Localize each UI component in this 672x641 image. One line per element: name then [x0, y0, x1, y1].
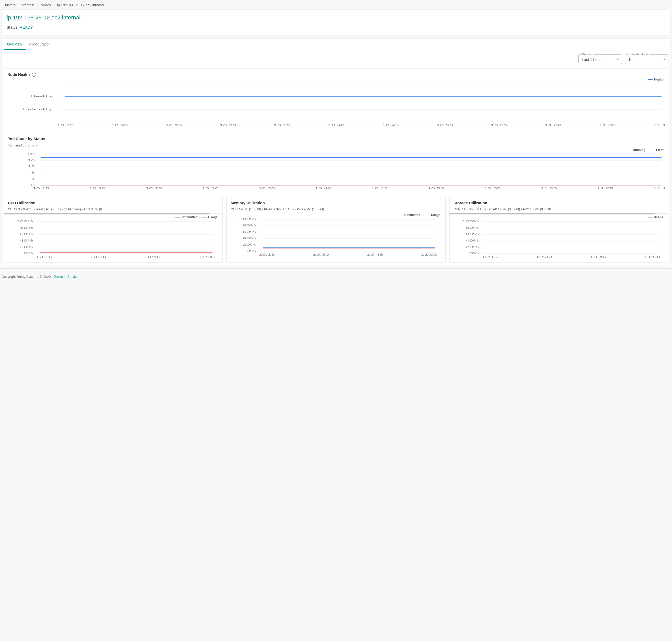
- svg-text:0%: 0%: [246, 249, 256, 253]
- svg-text:100%: 100%: [16, 220, 33, 223]
- svg-text:60%: 60%: [466, 233, 479, 236]
- tab-configuration[interactable]: Configuration: [26, 39, 54, 50]
- pod-count-chart: 048121620 10:1510:2010:2510:3010:3510:40…: [8, 152, 664, 191]
- svg-text:11:10: 11:10: [653, 187, 664, 190]
- info-icon[interactable]: i: [32, 72, 36, 77]
- memory-title: Memory Utilization: [231, 201, 441, 205]
- breadcrumb: Clusters › stagtest › Nodes › ip-192-168…: [1, 2, 671, 10]
- node-health-title: Node Health: [8, 72, 30, 77]
- cpu-card: CPU Utilization CURR 3.2% (0.13 cores) •…: [3, 197, 223, 263]
- svg-text:11:10: 11:10: [653, 124, 664, 127]
- svg-text:0%: 0%: [469, 252, 479, 255]
- svg-text:11:00: 11:00: [540, 187, 557, 190]
- chevron-down-icon: [617, 58, 619, 60]
- svg-text:10:15: 10:15: [32, 187, 49, 190]
- svg-text:10:50: 10:50: [428, 187, 444, 190]
- storage-sub: CURR 17.7% (3.8 GB) • PEAK 17.7% (3.8 GB…: [454, 207, 664, 211]
- svg-text:60%: 60%: [20, 233, 33, 236]
- svg-text:10:15: 10:15: [258, 253, 275, 256]
- svg-text:16: 16: [27, 159, 35, 162]
- legend-mem-committed: Committed: [398, 213, 420, 217]
- duration-label: Duration: [581, 53, 594, 56]
- legend-health: Health: [648, 78, 663, 81]
- cpu-scroll[interactable]: [4, 213, 223, 215]
- svg-text:10:45: 10:45: [371, 187, 388, 190]
- memory-chart: 0%20%40%60%80%100%10:1510:3010:4511:00: [231, 217, 441, 258]
- svg-text:10:40: 10:40: [328, 124, 345, 127]
- svg-text:12: 12: [27, 165, 35, 168]
- svg-text:10:45: 10:45: [367, 253, 384, 256]
- svg-text:10:40: 10:40: [314, 187, 331, 190]
- utilization-row: CPU Utilization CURR 3.2% (0.13 cores) •…: [1, 197, 671, 265]
- svg-text:40%: 40%: [243, 237, 256, 240]
- pod-count-sub: Running 18 • Error 0: [8, 144, 664, 147]
- svg-text:10:30: 10:30: [202, 187, 218, 190]
- pod-count-title: Pod Count by Status: [8, 136, 664, 141]
- chevron-down-icon: [663, 58, 666, 60]
- breadcrumb-clusters[interactable]: Clusters: [2, 3, 16, 7]
- legend-error: Error: [650, 148, 663, 152]
- legend-cpu-committed: Committed: [175, 216, 198, 219]
- svg-text:10:20: 10:20: [89, 187, 106, 190]
- tab-overview[interactable]: Overview: [3, 39, 26, 50]
- duration-value: Last 1 hour: [582, 57, 601, 62]
- svg-text:10:30: 10:30: [536, 255, 552, 258]
- node-status: Status: READY: [6, 25, 666, 29]
- svg-text:10:20: 10:20: [111, 124, 127, 127]
- svg-text:11:05: 11:05: [599, 124, 616, 127]
- svg-text:10:35: 10:35: [258, 187, 275, 190]
- svg-text:100%: 100%: [462, 220, 479, 223]
- svg-text:10:30: 10:30: [219, 124, 236, 127]
- duration-select[interactable]: Duration Last 1 hour: [578, 54, 622, 64]
- storage-scroll[interactable]: [449, 213, 668, 215]
- svg-text:100%: 100%: [239, 218, 256, 221]
- breadcrumb-current: ip-192-168-29-12.ec2.internal: [57, 3, 104, 7]
- svg-text:10:45: 10:45: [590, 255, 606, 258]
- cpu-sub: CURR 3.2% (0.13 cores) • PEAK 3.5% (0.14…: [8, 207, 218, 211]
- svg-text:10:45: 10:45: [144, 255, 161, 258]
- svg-text:80%: 80%: [466, 226, 479, 229]
- svg-text:20%: 20%: [20, 245, 33, 248]
- breadcrumb-cluster-name[interactable]: stagtest: [22, 3, 34, 7]
- legend-running: Running: [627, 148, 645, 152]
- cpu-chart: 0%20%40%60%80%100%10:1510:3010:4511:00: [8, 219, 218, 260]
- svg-text:Unhealthy: Unhealthy: [23, 108, 53, 111]
- svg-text:8: 8: [31, 171, 35, 174]
- svg-text:Healthy: Healthy: [30, 95, 53, 98]
- svg-text:80%: 80%: [20, 226, 33, 229]
- legend-cpu-usage: Usage: [202, 216, 217, 219]
- node-header-card: ip-192-168-29-12.ec2.internal Status: RE…: [1, 10, 671, 35]
- memory-card: Memory Utilization CURR 9.3% (1.5 GB) • …: [226, 197, 445, 263]
- svg-text:0: 0: [31, 183, 35, 187]
- storage-title: Storage Utilization: [454, 201, 664, 205]
- refresh-value: 1m: [628, 57, 634, 62]
- node-health-chart: Healthy Unhealthy 10:1510:2010:2510:3010…: [8, 81, 664, 127]
- svg-text:80%: 80%: [243, 224, 256, 227]
- svg-text:40%: 40%: [466, 239, 479, 242]
- page-title: ip-192-168-29-12.ec2.internal: [6, 14, 666, 21]
- svg-text:10:25: 10:25: [165, 124, 182, 127]
- svg-text:10:35: 10:35: [273, 124, 290, 127]
- svg-text:20%: 20%: [466, 245, 479, 248]
- svg-text:10:45: 10:45: [382, 124, 399, 127]
- refresh-interval-select[interactable]: Refresh Interval 1m: [625, 54, 669, 64]
- svg-text:10:55: 10:55: [484, 187, 500, 190]
- svg-text:10:30: 10:30: [90, 255, 106, 258]
- svg-text:11:00: 11:00: [421, 253, 438, 256]
- breadcrumb-nodes[interactable]: Nodes: [41, 3, 51, 7]
- svg-text:10:25: 10:25: [145, 187, 162, 190]
- refresh-label: Refresh Interval: [628, 53, 650, 56]
- memory-sub: CURR 9.3% (1.5 GB) • PEAK 9.3% (1.5 GB) …: [231, 207, 441, 211]
- terms-link[interactable]: Terms of Service: [54, 275, 79, 278]
- svg-text:10:50: 10:50: [436, 124, 453, 127]
- tabs: Overview Configuration: [1, 39, 671, 50]
- cpu-title: CPU Utilization: [8, 201, 218, 205]
- node-health-card: Node Health i Health Healthy Unhealthy: [3, 68, 669, 130]
- footer: Copyright Rafay Systems © 2020 Terms of …: [0, 268, 672, 283]
- storage-chart: 0%20%40%60%80%100%10:1510:3010:4511:00: [454, 219, 664, 260]
- copyright: Copyright Rafay Systems © 2020: [1, 275, 51, 278]
- main-card: Overview Configuration Duration Last 1 h…: [1, 39, 671, 265]
- pod-count-card: Pod Count by Status Running 18 • Error 0…: [3, 133, 669, 194]
- svg-text:0%: 0%: [24, 252, 33, 255]
- svg-text:10:15: 10:15: [481, 255, 498, 258]
